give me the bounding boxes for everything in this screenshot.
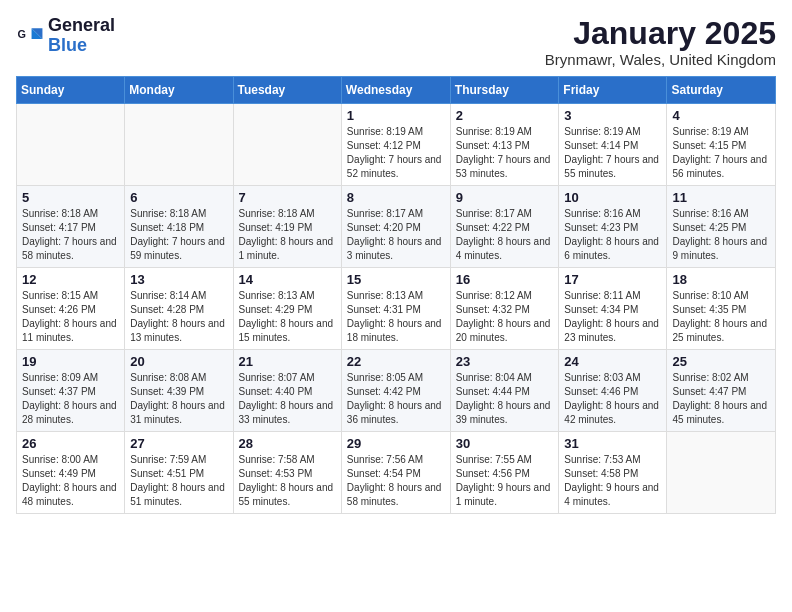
day-info: Sunrise: 8:19 AM Sunset: 4:13 PM Dayligh… bbox=[456, 125, 554, 181]
day-info: Sunrise: 8:18 AM Sunset: 4:19 PM Dayligh… bbox=[239, 207, 336, 263]
header-saturday: Saturday bbox=[667, 77, 776, 104]
day-number: 10 bbox=[564, 190, 661, 205]
table-row: 24 Sunrise: 8:03 AM Sunset: 4:46 PM Dayl… bbox=[559, 350, 667, 432]
day-info: Sunrise: 8:17 AM Sunset: 4:20 PM Dayligh… bbox=[347, 207, 445, 263]
header-monday: Monday bbox=[125, 77, 233, 104]
day-number: 5 bbox=[22, 190, 119, 205]
day-info: Sunrise: 8:07 AM Sunset: 4:40 PM Dayligh… bbox=[239, 371, 336, 427]
day-number: 4 bbox=[672, 108, 770, 123]
day-number: 14 bbox=[239, 272, 336, 287]
day-number: 7 bbox=[239, 190, 336, 205]
day-info: Sunrise: 8:16 AM Sunset: 4:23 PM Dayligh… bbox=[564, 207, 661, 263]
day-number: 27 bbox=[130, 436, 227, 451]
logo-blue: Blue bbox=[48, 35, 87, 55]
table-row bbox=[667, 432, 776, 514]
day-info: Sunrise: 8:16 AM Sunset: 4:25 PM Dayligh… bbox=[672, 207, 770, 263]
table-row bbox=[233, 104, 341, 186]
header-wednesday: Wednesday bbox=[341, 77, 450, 104]
table-row: 11 Sunrise: 8:16 AM Sunset: 4:25 PM Dayl… bbox=[667, 186, 776, 268]
day-info: Sunrise: 7:56 AM Sunset: 4:54 PM Dayligh… bbox=[347, 453, 445, 509]
table-row: 23 Sunrise: 8:04 AM Sunset: 4:44 PM Dayl… bbox=[450, 350, 559, 432]
calendar-week-3: 12 Sunrise: 8:15 AM Sunset: 4:26 PM Dayl… bbox=[17, 268, 776, 350]
table-row: 15 Sunrise: 8:13 AM Sunset: 4:31 PM Dayl… bbox=[341, 268, 450, 350]
table-row: 31 Sunrise: 7:53 AM Sunset: 4:58 PM Dayl… bbox=[559, 432, 667, 514]
header-thursday: Thursday bbox=[450, 77, 559, 104]
day-number: 18 bbox=[672, 272, 770, 287]
day-number: 6 bbox=[130, 190, 227, 205]
table-row: 13 Sunrise: 8:14 AM Sunset: 4:28 PM Dayl… bbox=[125, 268, 233, 350]
day-number: 1 bbox=[347, 108, 445, 123]
day-info: Sunrise: 8:10 AM Sunset: 4:35 PM Dayligh… bbox=[672, 289, 770, 345]
day-number: 17 bbox=[564, 272, 661, 287]
day-info: Sunrise: 8:09 AM Sunset: 4:37 PM Dayligh… bbox=[22, 371, 119, 427]
table-row: 3 Sunrise: 8:19 AM Sunset: 4:14 PM Dayli… bbox=[559, 104, 667, 186]
day-info: Sunrise: 8:15 AM Sunset: 4:26 PM Dayligh… bbox=[22, 289, 119, 345]
table-row: 4 Sunrise: 8:19 AM Sunset: 4:15 PM Dayli… bbox=[667, 104, 776, 186]
logo: G General Blue bbox=[16, 16, 115, 56]
logo-wordmark: General Blue bbox=[48, 16, 115, 56]
calendar-week-5: 26 Sunrise: 8:00 AM Sunset: 4:49 PM Dayl… bbox=[17, 432, 776, 514]
day-info: Sunrise: 8:18 AM Sunset: 4:17 PM Dayligh… bbox=[22, 207, 119, 263]
day-number: 2 bbox=[456, 108, 554, 123]
header-tuesday: Tuesday bbox=[233, 77, 341, 104]
day-info: Sunrise: 8:08 AM Sunset: 4:39 PM Dayligh… bbox=[130, 371, 227, 427]
table-row: 9 Sunrise: 8:17 AM Sunset: 4:22 PM Dayli… bbox=[450, 186, 559, 268]
calendar-week-4: 19 Sunrise: 8:09 AM Sunset: 4:37 PM Dayl… bbox=[17, 350, 776, 432]
day-info: Sunrise: 8:03 AM Sunset: 4:46 PM Dayligh… bbox=[564, 371, 661, 427]
calendar-week-2: 5 Sunrise: 8:18 AM Sunset: 4:17 PM Dayli… bbox=[17, 186, 776, 268]
day-number: 28 bbox=[239, 436, 336, 451]
table-row: 22 Sunrise: 8:05 AM Sunset: 4:42 PM Dayl… bbox=[341, 350, 450, 432]
day-info: Sunrise: 7:55 AM Sunset: 4:56 PM Dayligh… bbox=[456, 453, 554, 509]
header-friday: Friday bbox=[559, 77, 667, 104]
day-info: Sunrise: 7:53 AM Sunset: 4:58 PM Dayligh… bbox=[564, 453, 661, 509]
logo-icon: G bbox=[16, 22, 44, 50]
table-row: 18 Sunrise: 8:10 AM Sunset: 4:35 PM Dayl… bbox=[667, 268, 776, 350]
day-number: 26 bbox=[22, 436, 119, 451]
table-row: 28 Sunrise: 7:58 AM Sunset: 4:53 PM Dayl… bbox=[233, 432, 341, 514]
day-number: 31 bbox=[564, 436, 661, 451]
table-row: 14 Sunrise: 8:13 AM Sunset: 4:29 PM Dayl… bbox=[233, 268, 341, 350]
weekday-header-row: Sunday Monday Tuesday Wednesday Thursday… bbox=[17, 77, 776, 104]
calendar-week-1: 1 Sunrise: 8:19 AM Sunset: 4:12 PM Dayli… bbox=[17, 104, 776, 186]
table-row: 2 Sunrise: 8:19 AM Sunset: 4:13 PM Dayli… bbox=[450, 104, 559, 186]
table-row: 12 Sunrise: 8:15 AM Sunset: 4:26 PM Dayl… bbox=[17, 268, 125, 350]
day-number: 11 bbox=[672, 190, 770, 205]
day-number: 15 bbox=[347, 272, 445, 287]
day-number: 25 bbox=[672, 354, 770, 369]
table-row: 20 Sunrise: 8:08 AM Sunset: 4:39 PM Dayl… bbox=[125, 350, 233, 432]
day-info: Sunrise: 7:59 AM Sunset: 4:51 PM Dayligh… bbox=[130, 453, 227, 509]
table-row: 8 Sunrise: 8:17 AM Sunset: 4:20 PM Dayli… bbox=[341, 186, 450, 268]
day-number: 20 bbox=[130, 354, 227, 369]
day-info: Sunrise: 8:19 AM Sunset: 4:12 PM Dayligh… bbox=[347, 125, 445, 181]
table-row: 29 Sunrise: 7:56 AM Sunset: 4:54 PM Dayl… bbox=[341, 432, 450, 514]
table-row: 21 Sunrise: 8:07 AM Sunset: 4:40 PM Dayl… bbox=[233, 350, 341, 432]
table-row: 5 Sunrise: 8:18 AM Sunset: 4:17 PM Dayli… bbox=[17, 186, 125, 268]
page-header: G General Blue January 2025 Brynmawr, Wa… bbox=[16, 16, 776, 68]
table-row: 25 Sunrise: 8:02 AM Sunset: 4:47 PM Dayl… bbox=[667, 350, 776, 432]
table-row: 30 Sunrise: 7:55 AM Sunset: 4:56 PM Dayl… bbox=[450, 432, 559, 514]
calendar-table: Sunday Monday Tuesday Wednesday Thursday… bbox=[16, 76, 776, 514]
table-row: 27 Sunrise: 7:59 AM Sunset: 4:51 PM Dayl… bbox=[125, 432, 233, 514]
day-number: 13 bbox=[130, 272, 227, 287]
day-info: Sunrise: 8:11 AM Sunset: 4:34 PM Dayligh… bbox=[564, 289, 661, 345]
day-info: Sunrise: 8:02 AM Sunset: 4:47 PM Dayligh… bbox=[672, 371, 770, 427]
day-info: Sunrise: 8:13 AM Sunset: 4:29 PM Dayligh… bbox=[239, 289, 336, 345]
day-number: 30 bbox=[456, 436, 554, 451]
table-row bbox=[125, 104, 233, 186]
table-row: 19 Sunrise: 8:09 AM Sunset: 4:37 PM Dayl… bbox=[17, 350, 125, 432]
table-row: 16 Sunrise: 8:12 AM Sunset: 4:32 PM Dayl… bbox=[450, 268, 559, 350]
table-row: 6 Sunrise: 8:18 AM Sunset: 4:18 PM Dayli… bbox=[125, 186, 233, 268]
day-number: 12 bbox=[22, 272, 119, 287]
day-number: 22 bbox=[347, 354, 445, 369]
svg-text:G: G bbox=[18, 27, 26, 39]
day-info: Sunrise: 8:18 AM Sunset: 4:18 PM Dayligh… bbox=[130, 207, 227, 263]
day-info: Sunrise: 8:19 AM Sunset: 4:15 PM Dayligh… bbox=[672, 125, 770, 181]
day-number: 3 bbox=[564, 108, 661, 123]
table-row: 17 Sunrise: 8:11 AM Sunset: 4:34 PM Dayl… bbox=[559, 268, 667, 350]
table-row: 1 Sunrise: 8:19 AM Sunset: 4:12 PM Dayli… bbox=[341, 104, 450, 186]
day-info: Sunrise: 8:17 AM Sunset: 4:22 PM Dayligh… bbox=[456, 207, 554, 263]
day-number: 9 bbox=[456, 190, 554, 205]
table-row bbox=[17, 104, 125, 186]
day-info: Sunrise: 8:13 AM Sunset: 4:31 PM Dayligh… bbox=[347, 289, 445, 345]
day-info: Sunrise: 8:12 AM Sunset: 4:32 PM Dayligh… bbox=[456, 289, 554, 345]
